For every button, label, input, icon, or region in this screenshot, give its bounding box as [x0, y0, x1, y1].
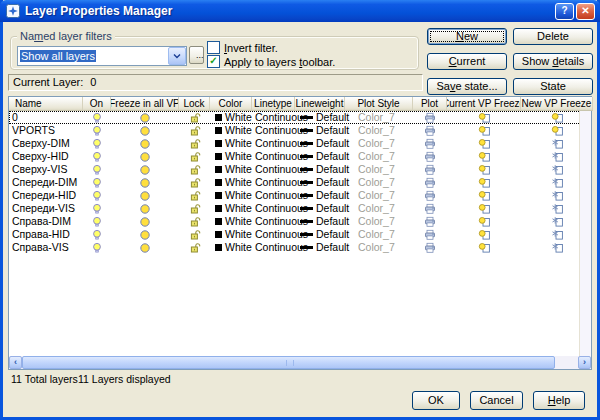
printer-icon[interactable]: [413, 228, 447, 241]
lineweight-cell[interactable]: Default: [295, 111, 345, 124]
delete-button[interactable]: Delete: [513, 28, 593, 45]
table-row[interactable]: Спереди-VIS White Continuous Default: [9, 202, 591, 215]
padlock-open-icon[interactable]: [179, 137, 210, 150]
column-header[interactable]: On: [83, 97, 111, 111]
table-row[interactable]: Справа-HID White Continuous Default: [9, 228, 591, 241]
sun-paper-icon[interactable]: [447, 137, 521, 150]
lightbulb-on-icon[interactable]: [83, 215, 111, 228]
printer-icon[interactable]: [413, 189, 447, 202]
column-header[interactable]: Freeze in all VP: [111, 97, 179, 111]
lineweight-cell[interactable]: Default: [295, 241, 345, 254]
sun-paper-icon[interactable]: [447, 189, 521, 202]
linetype-cell[interactable]: Continuous: [252, 137, 295, 150]
ok-button[interactable]: OK: [412, 391, 460, 410]
printer-icon[interactable]: [413, 124, 447, 137]
table-row[interactable]: Справа-DIM White Continuous Default: [9, 215, 591, 228]
padlock-open-icon[interactable]: [179, 189, 210, 202]
table-row[interactable]: VPORTS White Continuous Default Co: [9, 124, 591, 137]
color-cell[interactable]: White: [210, 202, 252, 215]
sun-paper-icon[interactable]: [447, 202, 521, 215]
color-cell[interactable]: White: [210, 163, 252, 176]
printer-icon[interactable]: [413, 241, 447, 254]
lineweight-cell[interactable]: Default: [295, 215, 345, 228]
column-header[interactable]: Lineweight: [295, 97, 345, 111]
sun-paper-icon[interactable]: [447, 228, 521, 241]
state-manager-button[interactable]: State Manager...: [513, 78, 593, 95]
color-cell[interactable]: White: [210, 189, 252, 202]
lightbulb-on-icon[interactable]: [83, 189, 111, 202]
lineweight-cell[interactable]: Default: [295, 150, 345, 163]
lightbulb-on-icon[interactable]: [83, 137, 111, 150]
lineweight-cell[interactable]: Default: [295, 163, 345, 176]
sun-icon[interactable]: [111, 176, 179, 189]
padlock-open-icon[interactable]: [179, 176, 210, 189]
apply-toolbar-checkbox[interactable]: ✓: [207, 55, 220, 68]
padlock-open-icon[interactable]: [179, 150, 210, 163]
padlock-open-icon[interactable]: [179, 241, 210, 254]
sun-paper-icon[interactable]: [447, 124, 521, 137]
sun-icon[interactable]: [111, 189, 179, 202]
scroll-left-icon[interactable]: ‹: [9, 356, 22, 369]
sun-icon[interactable]: [111, 150, 179, 163]
table-row[interactable]: 0 White Continuous Default Color_7: [9, 111, 591, 124]
cancel-button[interactable]: Cancel: [470, 391, 523, 410]
color-cell[interactable]: White: [210, 241, 252, 254]
color-cell[interactable]: White: [210, 137, 252, 150]
horizontal-scroll-thumb[interactable]: [22, 356, 555, 369]
printer-icon[interactable]: [413, 111, 447, 124]
lightbulb-on-icon[interactable]: [83, 124, 111, 137]
column-header[interactable]: Linetype: [252, 97, 295, 111]
save-state-button[interactable]: Save state...: [427, 78, 507, 95]
linetype-cell[interactable]: Continuous: [252, 228, 295, 241]
column-header[interactable]: Current VP Freeze: [447, 97, 521, 111]
chevron-down-icon[interactable]: [168, 47, 186, 65]
lineweight-cell[interactable]: Default: [295, 137, 345, 150]
linetype-cell[interactable]: Continuous: [252, 124, 295, 137]
padlock-open-icon[interactable]: [179, 124, 210, 137]
vertical-scrollbar[interactable]: [579, 111, 591, 357]
column-header[interactable]: New VP Freeze: [521, 97, 593, 111]
padlock-open-icon[interactable]: [179, 228, 210, 241]
lightbulb-on-icon[interactable]: [83, 228, 111, 241]
lightbulb-on-icon[interactable]: [83, 202, 111, 215]
linetype-cell[interactable]: Continuous: [252, 150, 295, 163]
current-button[interactable]: Current: [427, 53, 507, 70]
lineweight-cell[interactable]: Default: [295, 176, 345, 189]
horizontal-scrollbar[interactable]: ‹ ›: [9, 356, 591, 369]
sun-icon[interactable]: [111, 163, 179, 176]
sun-icon[interactable]: [111, 228, 179, 241]
color-cell[interactable]: White: [210, 176, 252, 189]
close-icon[interactable]: ✕: [576, 3, 595, 20]
linetype-cell[interactable]: Continuous: [252, 241, 295, 254]
printer-icon[interactable]: [413, 163, 447, 176]
linetype-cell[interactable]: Continuous: [252, 176, 295, 189]
column-header[interactable]: Color: [210, 97, 252, 111]
table-row[interactable]: Сверху-VIS White Continuous Default: [9, 163, 591, 176]
lineweight-cell[interactable]: Default: [295, 228, 345, 241]
printer-icon[interactable]: [413, 150, 447, 163]
column-header[interactable]: Plot Style: [345, 97, 413, 111]
printer-icon[interactable]: [413, 202, 447, 215]
scroll-right-icon[interactable]: ›: [578, 356, 591, 369]
help-button[interactable]: Help: [533, 391, 585, 410]
lineweight-cell[interactable]: Default: [295, 202, 345, 215]
sun-paper-icon[interactable]: [447, 215, 521, 228]
linetype-cell[interactable]: Continuous: [252, 202, 295, 215]
table-row[interactable]: Справа-VIS White Continuous Default: [9, 241, 591, 254]
linetype-cell[interactable]: Continuous: [252, 189, 295, 202]
lightbulb-on-icon[interactable]: [83, 111, 111, 124]
sun-paper-icon[interactable]: [447, 111, 521, 124]
color-cell[interactable]: White: [210, 215, 252, 228]
sun-paper-icon[interactable]: [447, 241, 521, 254]
layer-filter-combobox[interactable]: Show all layers: [17, 46, 187, 66]
titlebar[interactable]: Layer Properties Manager ? ✕: [0, 0, 600, 22]
sun-icon[interactable]: [111, 241, 179, 254]
sun-icon[interactable]: [111, 202, 179, 215]
linetype-cell[interactable]: Continuous: [252, 111, 295, 124]
lightbulb-on-icon[interactable]: [83, 176, 111, 189]
lightbulb-on-icon[interactable]: [83, 241, 111, 254]
printer-icon[interactable]: [413, 215, 447, 228]
new-button[interactable]: New: [427, 28, 507, 45]
lightbulb-on-icon[interactable]: [83, 150, 111, 163]
show-details-button[interactable]: Show details: [513, 53, 593, 70]
